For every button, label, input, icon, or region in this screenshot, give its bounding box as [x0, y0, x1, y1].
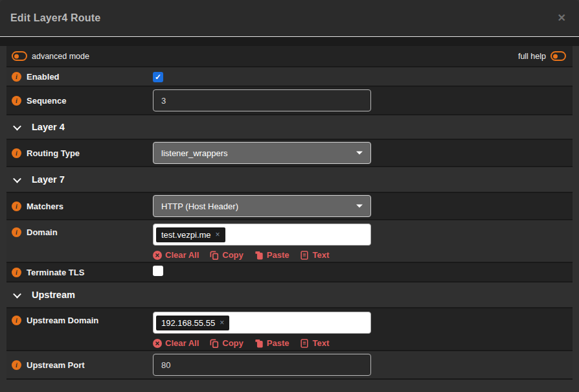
copy-icon [210, 339, 219, 348]
routing-type-selected-value: listener_wrappers [161, 148, 228, 158]
routing-type-select[interactable]: listener_wrappers [153, 142, 371, 164]
token-value: test.vezpi.me [161, 230, 211, 240]
token: 192.168.55.55 × [156, 316, 229, 330]
info-icon[interactable]: i [12, 72, 21, 82]
section-upstream-title: Upstream [32, 290, 75, 300]
info-icon[interactable]: i [12, 360, 21, 370]
toggle-off-icon [551, 51, 566, 61]
body-top-strip [0, 37, 579, 46]
text-link[interactable]: Text [300, 250, 329, 260]
upstream-domain-token-actions: Clear All Copy Paste Text [153, 338, 573, 348]
info-icon[interactable]: i [12, 96, 21, 106]
row-matchers: i Matchers HTTP (Host Header) [6, 193, 573, 220]
full-help-label: full help [518, 52, 546, 61]
text-link[interactable]: Text [300, 338, 329, 348]
advanced-mode-label: advanced mode [32, 52, 89, 61]
terminate-tls-label: Terminate TLS [27, 268, 84, 277]
token: test.vezpi.me × [156, 227, 225, 242]
file-text-icon [300, 339, 309, 348]
circle-x-icon [153, 251, 162, 260]
section-layer4-title: Layer 4 [32, 122, 65, 132]
domain-label-group: i Domain [6, 220, 153, 237]
matchers-selected-value: HTTP (Host Header) [161, 202, 238, 211]
caret-down-icon [356, 205, 363, 208]
copy-icon [210, 251, 219, 260]
info-icon[interactable]: i [12, 148, 21, 158]
modal-title: Edit Layer4 Route [10, 12, 100, 24]
info-icon[interactable]: i [12, 202, 21, 211]
section-upstream[interactable]: Upstream [6, 282, 573, 308]
row-upstream-domain: i Upstream Domain 192.168.55.55 × Clear … [6, 308, 573, 351]
upstream-port-label: Upstream Port [27, 360, 85, 370]
row-enabled: i Enabled [6, 67, 573, 87]
full-help-toggle[interactable]: full help [518, 51, 566, 61]
paste-link[interactable]: Paste [255, 338, 290, 348]
paste-icon [255, 251, 264, 260]
row-sequence: i Sequence [6, 87, 573, 115]
row-routing-type: i Routing Type listener_wrappers [6, 140, 573, 167]
row-terminate-tls: i Terminate TLS [6, 263, 573, 282]
info-icon[interactable]: i [12, 268, 21, 277]
paste-link[interactable]: Paste [255, 250, 290, 260]
help-bar: advanced mode full help [6, 46, 573, 67]
clear-all-link[interactable]: Clear All [153, 250, 199, 260]
edit-layer4-route-dialog: Edit Layer4 Route ✕ advanced mode full h… [0, 0, 579, 392]
enabled-label-group: i Enabled [6, 72, 153, 82]
copy-link[interactable]: Copy [210, 250, 244, 260]
domain-label: Domain [27, 227, 58, 237]
upstream-port-label-group: i Upstream Port [6, 360, 153, 370]
upstream-domain-token-input[interactable]: 192.168.55.55 × [153, 312, 371, 334]
sequence-label-group: i Sequence [6, 96, 153, 106]
token-remove-icon[interactable]: × [216, 230, 220, 239]
section-layer4[interactable]: Layer 4 [6, 115, 573, 140]
modal-body: advanced mode full help i Enabled i Sequ… [0, 46, 579, 392]
enabled-checkbox[interactable] [153, 72, 163, 82]
chevron-down-icon [13, 290, 21, 298]
matchers-select[interactable]: HTTP (Host Header) [153, 195, 371, 217]
toggle-off-icon [12, 51, 27, 61]
matchers-label: Matchers [27, 202, 63, 211]
file-text-icon [300, 251, 309, 260]
info-icon[interactable]: i [12, 227, 21, 237]
token-value: 192.168.55.55 [161, 318, 215, 328]
paste-icon [255, 339, 264, 348]
circle-x-icon [153, 339, 162, 348]
routing-type-label: Routing Type [27, 148, 80, 158]
enabled-label: Enabled [27, 72, 60, 82]
chevron-down-icon [13, 122, 21, 130]
section-layer7[interactable]: Layer 7 [6, 167, 573, 193]
upstream-domain-label: Upstream Domain [27, 316, 98, 325]
copy-link[interactable]: Copy [210, 338, 244, 348]
clear-all-link[interactable]: Clear All [153, 338, 199, 348]
info-icon[interactable]: i [12, 316, 21, 325]
domain-token-input[interactable]: test.vezpi.me × [153, 224, 371, 246]
modal-header: Edit Layer4 Route ✕ [0, 0, 579, 36]
domain-token-actions: Clear All Copy Paste Text [153, 250, 573, 260]
caret-down-icon [356, 152, 363, 155]
terminate-tls-label-group: i Terminate TLS [6, 268, 153, 277]
chevron-down-icon [13, 174, 21, 183]
row-domain: i Domain test.vezpi.me × Clear All [6, 220, 573, 263]
terminate-tls-checkbox[interactable] [153, 266, 163, 276]
matchers-label-group: i Matchers [6, 202, 153, 211]
close-icon[interactable]: ✕ [555, 10, 569, 26]
token-remove-icon[interactable]: × [220, 318, 224, 327]
upstream-domain-label-group: i Upstream Domain [6, 308, 153, 325]
row-upstream-port: i Upstream Port [6, 351, 573, 380]
routing-type-label-group: i Routing Type [6, 148, 153, 158]
section-layer7-title: Layer 7 [32, 174, 65, 185]
advanced-mode-toggle[interactable]: advanced mode [12, 51, 89, 61]
sequence-input[interactable] [153, 89, 371, 111]
upstream-port-input[interactable] [153, 354, 371, 376]
sequence-label: Sequence [27, 96, 66, 106]
